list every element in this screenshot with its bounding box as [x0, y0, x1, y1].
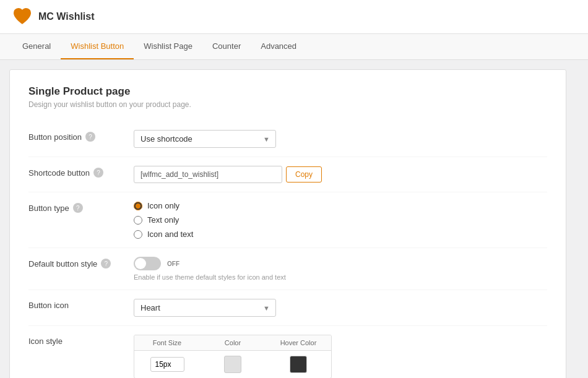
radio-icon-only[interactable]: Icon only: [134, 201, 547, 210]
tab-counter[interactable]: Counter: [202, 34, 251, 59]
tab-general[interactable]: General: [12, 34, 61, 59]
icon-style-values-row: [134, 351, 331, 378]
icon-style-color-col: [200, 351, 266, 378]
button-position-control: Use shortcode Before add to cart After a…: [134, 130, 547, 148]
input-copy-row: Copy: [134, 166, 547, 183]
icon-style-header: Font Size Color Hover Color: [134, 335, 331, 351]
color-swatch[interactable]: [224, 356, 241, 373]
shortcode-help-icon[interactable]: ?: [93, 168, 103, 178]
button-icon-select[interactable]: Heart Star Bookmark Plus: [134, 299, 276, 317]
radio-text-only[interactable]: Text only: [134, 215, 547, 225]
default-style-help-icon[interactable]: ?: [101, 259, 111, 268]
button-type-radio-group: Icon only Text only Icon and text: [134, 201, 547, 239]
shortcode-control: Copy: [134, 166, 547, 183]
radio-icon-and-text-input[interactable]: [134, 230, 142, 239]
radio-icon-and-text[interactable]: Icon and text: [134, 230, 547, 239]
shortcode-button-label: Shortcode button ?: [28, 166, 128, 178]
button-icon-label: Button icon: [28, 299, 128, 310]
copy-button[interactable]: Copy: [286, 166, 322, 183]
button-position-row: Button position ? Use shortcode Before a…: [28, 121, 547, 157]
default-button-style-label: Default button style ?: [28, 257, 128, 268]
button-position-help-icon[interactable]: ?: [85, 132, 95, 142]
button-position-label: Button position ?: [28, 130, 128, 142]
tab-advanced[interactable]: Advanced: [251, 34, 306, 59]
icon-style-col-hover-color: Hover Color: [266, 335, 331, 350]
icon-style-col-color: Color: [200, 335, 266, 350]
button-position-select-wrapper: Use shortcode Before add to cart After a…: [134, 130, 276, 148]
shortcode-button-row: Shortcode button ? Copy: [28, 157, 547, 192]
toggle-off-label: OFF: [167, 260, 179, 267]
tabs-bar: General Wishlist Button Wishlist Page Co…: [0, 34, 588, 60]
default-style-control: OFF Enable if use theme default styles f…: [134, 257, 547, 281]
logo-icon: [12, 7, 32, 27]
section-subtitle: Design your wishlist button on your prod…: [28, 100, 547, 109]
button-type-help-icon[interactable]: ?: [73, 203, 83, 213]
radio-text-only-input[interactable]: [134, 216, 142, 225]
button-type-row: Button type ? Icon only Text only Icon a…: [28, 192, 547, 248]
icon-style-label: Icon style: [28, 335, 128, 346]
font-size-input[interactable]: [150, 357, 184, 372]
tab-wishlist-page[interactable]: Wishlist Page: [134, 34, 202, 59]
main-panel: Single Product page Design your wishlist…: [9, 69, 566, 378]
toggle-hint: Enable if use theme default styles for i…: [134, 273, 547, 281]
icon-style-font-size-col: [134, 352, 200, 377]
radio-icon-only-input[interactable]: [134, 202, 142, 210]
tabs-list: General Wishlist Button Wishlist Page Co…: [12, 34, 576, 59]
button-icon-row: Button icon Heart Star Bookmark Plus ▼: [28, 290, 547, 326]
button-position-select[interactable]: Use shortcode Before add to cart After a…: [134, 130, 276, 148]
hover-color-swatch[interactable]: [290, 356, 307, 373]
button-icon-control: Heart Star Bookmark Plus ▼: [134, 299, 547, 317]
icon-style-hover-color-col: [266, 351, 331, 378]
icon-style-table: Font Size Color Hover Color: [134, 335, 332, 378]
shortcode-input[interactable]: [134, 166, 282, 183]
app-header: MC Wishlist: [0, 0, 588, 34]
button-icon-select-wrapper: Heart Star Bookmark Plus ▼: [134, 299, 276, 317]
default-button-style-row: Default button style ? OFF Enable if use…: [28, 248, 547, 290]
app-title: MC Wishlist: [38, 11, 95, 22]
icon-style-control: Font Size Color Hover Color write l: [134, 335, 547, 378]
toggle-slider: [134, 257, 161, 270]
default-style-toggle[interactable]: [134, 257, 161, 270]
button-type-label: Button type ?: [28, 201, 128, 213]
icon-style-row: Icon style Font Size Color Hover Color: [28, 326, 547, 378]
button-type-control: Icon only Text only Icon and text: [134, 201, 547, 239]
section-title: Single Product page: [28, 85, 547, 98]
icon-style-col-font-size: Font Size: [134, 335, 200, 350]
toggle-wrapper: OFF: [134, 257, 547, 270]
tab-wishlist-button[interactable]: Wishlist Button: [61, 34, 134, 59]
